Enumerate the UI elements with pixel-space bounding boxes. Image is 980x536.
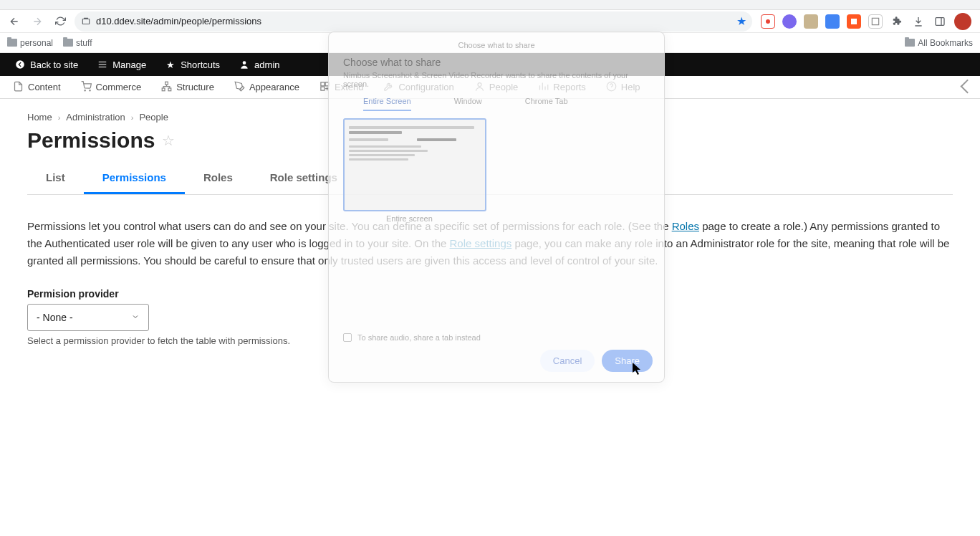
description-text: Permissions let you control what users c… xyxy=(27,218,953,269)
svg-rect-11 xyxy=(325,82,329,85)
arrow-left-icon xyxy=(14,59,26,70)
svg-rect-1 xyxy=(872,18,878,24)
mouse-cursor-icon xyxy=(633,363,643,378)
crumb-admin[interactable]: Administration xyxy=(66,112,125,123)
svg-point-5 xyxy=(85,90,85,90)
extensions-area xyxy=(758,13,974,30)
manage-toggle[interactable]: Manage xyxy=(88,53,155,76)
provider-help-text: Select a permission provider to fetch th… xyxy=(27,335,953,346)
hamburger-icon xyxy=(97,59,108,70)
crumb-home[interactable]: Home xyxy=(27,112,52,123)
extension-icon[interactable] xyxy=(825,14,840,29)
folder-icon xyxy=(7,39,17,47)
browser-toolbar: d10.ddev.site/admin/people/permissions ★ xyxy=(0,10,980,33)
role-settings-link[interactable]: Role settings xyxy=(450,237,512,249)
svg-point-4 xyxy=(243,61,246,64)
site-settings-icon[interactable] xyxy=(80,16,92,27)
chevron-right-icon: › xyxy=(58,113,61,122)
roles-link[interactable]: Roles xyxy=(672,220,699,232)
user-menu[interactable]: admin xyxy=(230,53,288,76)
url-text: d10.ddev.site/admin/people/permissions xyxy=(96,16,261,27)
permission-provider-select[interactable]: - None - xyxy=(27,304,149,331)
svg-point-3 xyxy=(16,60,24,69)
extension-icon[interactable] xyxy=(804,14,818,29)
all-bookmarks[interactable]: All Bookmarks xyxy=(905,38,973,48)
address-bar[interactable]: d10.ddev.site/admin/people/permissions ★ xyxy=(75,11,752,32)
svg-rect-12 xyxy=(321,87,325,90)
orientation-toggle-icon[interactable] xyxy=(961,79,975,93)
help-icon xyxy=(606,81,617,94)
bookmarks-bar: personal stuff All Bookmarks xyxy=(0,33,980,53)
appearance-icon xyxy=(234,81,245,94)
person-icon xyxy=(239,59,250,70)
svg-rect-8 xyxy=(162,88,165,91)
back-to-site[interactable]: Back to site xyxy=(6,53,87,76)
sidepanel-icon[interactable] xyxy=(933,14,947,29)
menu-help[interactable]: Help xyxy=(596,76,650,99)
admin-menu: Content Commerce Structure Appearance Ex… xyxy=(0,76,980,99)
select-value: - None - xyxy=(37,312,73,323)
user-label: admin xyxy=(254,59,279,70)
menu-people[interactable]: People xyxy=(464,76,528,99)
folder-icon xyxy=(905,39,915,47)
folder-icon xyxy=(63,39,73,47)
crumb-people[interactable]: People xyxy=(139,112,168,123)
tab-permissions[interactable]: Permissions xyxy=(84,163,185,194)
primary-tabs: List Permissions Roles Role settings xyxy=(27,163,953,195)
download-icon[interactable] xyxy=(911,14,926,29)
wrench-icon xyxy=(383,81,394,94)
reports-icon xyxy=(538,81,549,94)
bookmark-folder[interactable]: personal xyxy=(7,38,53,48)
reload-button[interactable] xyxy=(52,13,69,30)
bookmark-folder[interactable]: stuff xyxy=(63,38,92,48)
svg-rect-0 xyxy=(82,19,89,24)
provider-label: Permision provider xyxy=(27,288,953,300)
tab-role-settings[interactable]: Role settings xyxy=(251,163,356,194)
svg-rect-2 xyxy=(936,17,944,25)
menu-commerce[interactable]: Commerce xyxy=(71,76,152,99)
star-icon: ★ xyxy=(165,59,176,70)
breadcrumb: Home › Administration › People xyxy=(27,112,953,123)
bookmark-star-icon[interactable]: ★ xyxy=(736,14,746,28)
svg-rect-7 xyxy=(165,82,168,85)
svg-point-6 xyxy=(89,90,90,90)
page-title: Permissions xyxy=(27,128,155,153)
back-to-site-label: Back to site xyxy=(30,59,78,70)
tab-list[interactable]: List xyxy=(27,163,84,194)
browser-tabstrip xyxy=(0,0,980,10)
extensions-menu-icon[interactable] xyxy=(890,14,904,29)
page-content: Home › Administration › People Permissio… xyxy=(0,99,980,359)
people-icon xyxy=(474,81,485,94)
chevron-right-icon: › xyxy=(131,113,134,122)
extension-icon[interactable] xyxy=(868,14,883,29)
page-title-row: Permissions ☆ xyxy=(27,128,953,153)
content-icon xyxy=(13,81,24,94)
menu-content[interactable]: Content xyxy=(3,76,71,99)
extend-icon xyxy=(320,81,330,94)
menu-reports[interactable]: Reports xyxy=(528,76,596,99)
extension-icon[interactable] xyxy=(761,14,775,29)
tab-roles[interactable]: Roles xyxy=(185,163,251,194)
structure-icon xyxy=(161,81,172,94)
menu-configuration[interactable]: Configuration xyxy=(373,76,463,99)
cart-icon xyxy=(81,81,92,94)
menu-extend[interactable]: Extend xyxy=(309,76,373,99)
back-button[interactable] xyxy=(6,13,23,30)
admin-toolbar: Back to site Manage ★ Shortcuts admin xyxy=(0,53,980,76)
shortcuts-link[interactable]: ★ Shortcuts xyxy=(156,53,229,76)
extension-icon[interactable] xyxy=(847,14,861,29)
menu-appearance[interactable]: Appearance xyxy=(224,76,309,99)
shortcut-star-icon[interactable]: ☆ xyxy=(162,132,175,149)
svg-point-13 xyxy=(478,82,481,86)
profile-avatar[interactable] xyxy=(954,13,971,30)
shortcuts-label: Shortcuts xyxy=(181,59,220,70)
forward-button[interactable] xyxy=(29,13,46,30)
svg-rect-10 xyxy=(321,82,325,85)
extension-icon[interactable] xyxy=(782,14,797,29)
svg-rect-9 xyxy=(168,88,171,91)
chevron-down-icon xyxy=(131,312,140,323)
manage-label: Manage xyxy=(112,59,146,70)
menu-structure[interactable]: Structure xyxy=(151,76,224,99)
